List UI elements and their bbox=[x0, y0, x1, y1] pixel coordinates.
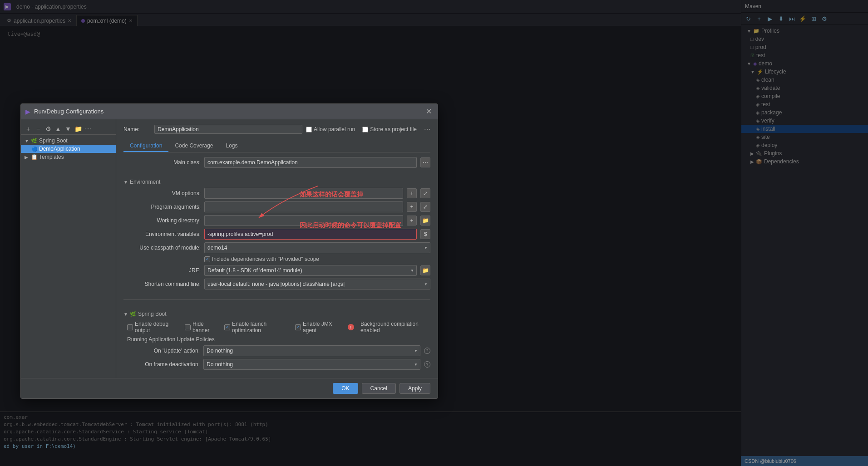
store-as-project-file-label[interactable]: Store as project file bbox=[362, 126, 417, 132]
name-row: Name: Allow parallel run Store as projec… bbox=[123, 125, 430, 134]
jre-browse-btn[interactable]: 📁 bbox=[420, 265, 430, 275]
sidebar-settings-btn[interactable]: ⚙ bbox=[44, 124, 53, 133]
on-frame-row: On frame deactivation: Do nothing ? bbox=[127, 359, 430, 370]
working-dir-input[interactable] bbox=[204, 215, 403, 226]
run-debug-dialog: ▶ Run/Debug Configurations ✕ + − ⚙ ▲ ▼ 📁… bbox=[20, 103, 438, 399]
environment-label: Environment bbox=[130, 179, 160, 185]
classpath-row: Use classpath of module: demo14 bbox=[123, 242, 430, 253]
sidebar-up-btn[interactable]: ▲ bbox=[54, 124, 63, 133]
dialog-main-content: Name: Allow parallel run Store as projec… bbox=[116, 119, 438, 378]
sidebar-down-btn[interactable]: ▼ bbox=[64, 124, 73, 133]
environment-header[interactable]: ▼ Environment bbox=[123, 179, 430, 185]
tree-spring-boot[interactable]: ▼ 🌿 Spring Boot bbox=[21, 137, 116, 145]
bg-compilation-info-icon[interactable]: ! bbox=[348, 324, 354, 330]
dialog-footer: OK Cancel Apply bbox=[21, 378, 438, 398]
spring-boot-section: ▼ 🌿 Spring Boot Enable debug output Hide… bbox=[123, 311, 430, 373]
include-deps-label[interactable]: Include dependencies with "Provided" sco… bbox=[204, 256, 319, 262]
enable-debug-output-checkbox[interactable] bbox=[127, 324, 133, 330]
program-args-input[interactable] bbox=[204, 201, 403, 212]
working-dir-expand-btn[interactable]: + bbox=[407, 216, 417, 226]
shorten-cmd-label: Shorten command line: bbox=[123, 281, 201, 287]
running-policies-label: Running Application Update Policies bbox=[127, 336, 430, 343]
vm-options-label: VM options: bbox=[123, 190, 201, 196]
on-update-help-icon[interactable]: ? bbox=[424, 348, 430, 354]
enable-debug-output-text: Enable debug output bbox=[135, 321, 178, 334]
shorten-cmd-select[interactable]: user-local default: none - java [options… bbox=[204, 279, 430, 289]
store-as-project-file-checkbox[interactable] bbox=[362, 127, 368, 132]
tab-configuration[interactable]: Configuration bbox=[123, 140, 168, 152]
spring-boot-header[interactable]: ▼ 🌿 Spring Boot bbox=[123, 311, 430, 317]
env-vars-row: Environment variables: $ bbox=[123, 229, 430, 240]
on-frame-select[interactable]: Do nothing bbox=[203, 359, 420, 370]
shorten-cmd-row: Shorten command line: user-local default… bbox=[123, 279, 430, 289]
enable-debug-output-label[interactable]: Enable debug output bbox=[127, 321, 178, 334]
env-vars-label: Environment variables: bbox=[123, 231, 201, 237]
include-deps-checkbox[interactable] bbox=[204, 256, 210, 262]
hide-banner-label[interactable]: Hide banner bbox=[185, 321, 218, 334]
sidebar-folder-btn[interactable]: 📁 bbox=[74, 124, 83, 133]
cancel-button[interactable]: Cancel bbox=[362, 383, 396, 394]
vm-options-input[interactable] bbox=[204, 188, 403, 199]
on-update-select[interactable]: Do nothing bbox=[203, 345, 420, 356]
sidebar-remove-btn[interactable]: − bbox=[34, 124, 43, 133]
classpath-select[interactable]: demo14 bbox=[204, 242, 430, 253]
parallel-run-group: Allow parallel run Store as project file… bbox=[306, 126, 430, 133]
apply-button[interactable]: Apply bbox=[399, 383, 430, 394]
env-arrow: ▼ bbox=[123, 180, 128, 185]
dialog-sidebar: + − ⚙ ▲ ▼ 📁 ⋯ ▼ 🌿 Spring Boot 🔵 DemoAppl… bbox=[21, 119, 116, 378]
jre-row: JRE: Default (1.8 - SDK of 'demo14' modu… bbox=[123, 265, 430, 276]
tab-logs[interactable]: Logs bbox=[219, 140, 244, 152]
enable-jmx-label[interactable]: Enable JMX agent bbox=[295, 321, 341, 334]
vm-options-row: VM options: + ⤢ bbox=[123, 188, 430, 199]
spring-boot-arrow: ▼ bbox=[123, 312, 128, 317]
working-dir-row: Working directory: + 📁 bbox=[123, 215, 430, 226]
dialog-header-more[interactable]: ⋯ bbox=[424, 126, 430, 133]
dialog-title-icon: ▶ bbox=[25, 108, 30, 115]
enable-jmx-checkbox[interactable] bbox=[295, 324, 301, 330]
main-class-row: Main class: ⋯ bbox=[123, 157, 430, 168]
program-args-expand-btn[interactable]: + bbox=[407, 202, 417, 212]
tree-templates-arrow: ▶ bbox=[25, 155, 29, 160]
vm-options-expand-btn[interactable]: + bbox=[407, 188, 417, 198]
shorten-cmd-select-wrapper: user-local default: none - java [options… bbox=[204, 279, 430, 289]
allow-parallel-run-checkbox[interactable] bbox=[306, 127, 312, 132]
tree-spring-boot-label: Spring Boot bbox=[39, 137, 68, 144]
name-input[interactable] bbox=[154, 125, 302, 134]
spring-boot-checkboxes: Enable debug output Hide banner Enable l… bbox=[123, 321, 430, 334]
dialog-body: + − ⚙ ▲ ▼ 📁 ⋯ ▼ 🌿 Spring Boot 🔵 DemoAppl… bbox=[21, 119, 438, 378]
include-deps-row: Include dependencies with "Provided" sco… bbox=[123, 256, 430, 262]
sidebar-add-btn[interactable]: + bbox=[24, 124, 33, 133]
jre-label: JRE: bbox=[123, 267, 201, 274]
tree-demo-application-label: DemoApplication bbox=[39, 146, 80, 152]
on-update-label: On 'Update' action: bbox=[127, 348, 200, 354]
dialog-close-button[interactable]: ✕ bbox=[424, 107, 433, 116]
main-class-input[interactable] bbox=[204, 157, 417, 168]
sidebar-more-btn[interactable]: ⋯ bbox=[84, 124, 93, 133]
env-vars-dollar-btn[interactable]: $ bbox=[420, 229, 430, 239]
hide-banner-text: Hide banner bbox=[192, 321, 218, 334]
dialog-title-bar: ▶ Run/Debug Configurations ✕ bbox=[21, 104, 438, 119]
vm-options-fullscreen-btn[interactable]: ⤢ bbox=[420, 188, 430, 198]
env-vars-input[interactable] bbox=[204, 229, 417, 240]
tree-templates-label: Templates bbox=[39, 154, 64, 160]
hide-banner-checkbox[interactable] bbox=[185, 324, 191, 330]
on-frame-label: On frame deactivation: bbox=[127, 361, 200, 368]
enable-launch-opt-checkbox[interactable] bbox=[224, 324, 230, 330]
tab-code-coverage[interactable]: Code Coverage bbox=[168, 140, 219, 152]
main-class-browse-btn[interactable]: ⋯ bbox=[420, 157, 430, 167]
working-dir-browse-btn[interactable]: 📁 bbox=[420, 216, 430, 226]
ok-button[interactable]: OK bbox=[333, 383, 358, 394]
on-frame-help-icon[interactable]: ? bbox=[424, 361, 430, 368]
running-policies-container: Running Application Update Policies On '… bbox=[123, 336, 430, 370]
classpath-select-wrapper: demo14 bbox=[204, 242, 430, 253]
tree-templates-icon: 📋 bbox=[31, 154, 37, 160]
tree-demo-application[interactable]: 🔵 DemoApplication bbox=[21, 145, 116, 153]
dialog-title-text: Run/Debug Configurations bbox=[34, 108, 104, 115]
allow-parallel-run-label[interactable]: Allow parallel run bbox=[306, 126, 355, 132]
tree-templates[interactable]: ▶ 📋 Templates bbox=[21, 153, 116, 161]
sidebar-toolbar: + − ⚙ ▲ ▼ 📁 ⋯ bbox=[21, 123, 116, 135]
enable-launch-opt-label[interactable]: Enable launch optimization bbox=[224, 321, 289, 334]
jre-select[interactable]: Default (1.8 - SDK of 'demo14' module) bbox=[204, 265, 417, 276]
program-args-fullscreen-btn[interactable]: ⤢ bbox=[420, 202, 430, 212]
store-as-project-file-text: Store as project file bbox=[370, 126, 417, 132]
